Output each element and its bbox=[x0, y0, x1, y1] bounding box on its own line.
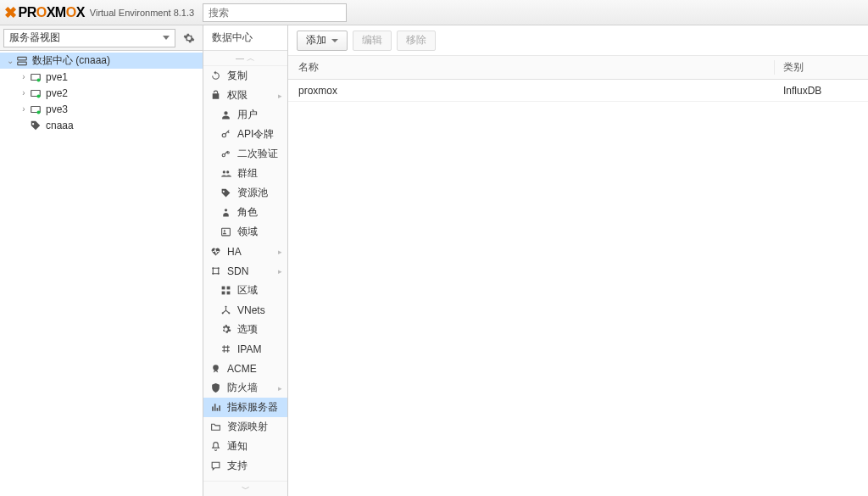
nav-item-label: IPAM bbox=[237, 343, 261, 355]
nav-item-label: 指标服务器 bbox=[227, 400, 278, 415]
bell-icon bbox=[209, 441, 222, 452]
nav-item-notify[interactable]: 通知 bbox=[203, 437, 287, 456]
svg-point-8 bbox=[222, 133, 225, 137]
svg-rect-0 bbox=[18, 57, 27, 60]
nav-item-realms[interactable]: 领域 bbox=[203, 222, 287, 242]
chevron-right-icon: ▸ bbox=[278, 248, 282, 256]
svg-rect-22 bbox=[221, 292, 225, 295]
logo-text: PROXMOX bbox=[19, 5, 85, 20]
svg-point-10 bbox=[227, 152, 229, 153]
shield-icon bbox=[209, 382, 222, 393]
group-icon bbox=[219, 168, 232, 179]
cert-icon bbox=[209, 363, 222, 374]
th-icon bbox=[219, 285, 232, 296]
nav-item-pools[interactable]: 资源池 bbox=[203, 183, 287, 203]
nav-item-ha[interactable]: HA▸ bbox=[203, 242, 287, 261]
nav-item-twofactor[interactable]: 二次验证 bbox=[203, 144, 287, 164]
nav-item-resmapping[interactable]: 资源映射 bbox=[203, 417, 287, 437]
nav-item-vnets[interactable]: VNets bbox=[203, 300, 287, 320]
view-settings-button[interactable] bbox=[179, 29, 199, 47]
network-icon bbox=[219, 304, 232, 315]
nav-item-label: ACME bbox=[227, 363, 257, 375]
content-toolbar: 添加 编辑 移除 bbox=[288, 25, 868, 56]
nav-item-label: 群组 bbox=[237, 166, 258, 181]
nav-item-sdn[interactable]: SDN▸ bbox=[203, 261, 287, 281]
nav-item-users[interactable]: 用户 bbox=[203, 105, 287, 125]
address-icon bbox=[219, 226, 232, 237]
edit-button-label: 编辑 bbox=[362, 33, 382, 47]
nav-item-label: 通知 bbox=[227, 439, 248, 454]
heartbeat-icon bbox=[209, 246, 222, 257]
folder-icon bbox=[209, 421, 222, 432]
nav-item-label: HA bbox=[227, 246, 242, 258]
ipam-icon bbox=[219, 343, 232, 354]
nav-item-label: 支持 bbox=[227, 459, 248, 473]
nav-item-groups[interactable]: 群组 bbox=[203, 164, 287, 183]
sdn-icon bbox=[209, 265, 222, 276]
nav-item-label: 区域 bbox=[237, 283, 258, 298]
chevron-right-icon: ▸ bbox=[278, 267, 282, 276]
nav-item-label: API令牌 bbox=[237, 127, 274, 142]
tree-datacenter[interactable]: ⌄ 数据中心 (cnaaa) bbox=[0, 53, 203, 69]
gear-icon bbox=[183, 32, 195, 44]
nav-item-label: 复制 bbox=[227, 69, 248, 83]
nav-item-apitokens[interactable]: API令牌 bbox=[203, 125, 287, 144]
nav-item-firewall[interactable]: 防火墙▸ bbox=[203, 378, 287, 398]
search-input[interactable] bbox=[203, 3, 347, 22]
svg-rect-20 bbox=[221, 287, 225, 290]
tags-icon bbox=[29, 120, 42, 131]
unlock-icon bbox=[209, 90, 222, 101]
remove-button-label: 移除 bbox=[406, 33, 426, 47]
nav-item-label: 资源池 bbox=[237, 186, 268, 200]
remove-button[interactable]: 移除 bbox=[397, 31, 436, 51]
nav-collapse-up-button[interactable]: — ︿ bbox=[203, 51, 287, 66]
chevron-down-icon bbox=[163, 36, 170, 40]
tree-node-pve3[interactable]: › pve3 bbox=[0, 101, 203, 117]
view-selector-combo[interactable]: 服务器视图 bbox=[3, 29, 175, 47]
nav-item-ipam[interactable]: IPAM bbox=[203, 339, 287, 359]
svg-point-24 bbox=[225, 306, 226, 308]
svg-point-5 bbox=[36, 94, 40, 98]
tree-label: pve1 bbox=[46, 71, 68, 83]
product-subtitle: Virtual Environment 8.1.3 bbox=[90, 8, 194, 18]
nav-item-metrics[interactable]: 指标服务器 bbox=[203, 398, 287, 417]
nav-item-label: 二次验证 bbox=[237, 147, 278, 161]
tree-toggle-icon[interactable]: › bbox=[19, 104, 29, 114]
add-button[interactable]: 添加 bbox=[297, 31, 348, 51]
tree-node-pve2[interactable]: › pve2 bbox=[0, 85, 203, 101]
tree-label: pve3 bbox=[46, 103, 68, 115]
tree-toggle-icon[interactable]: ⌄ bbox=[5, 56, 15, 65]
svg-point-12 bbox=[226, 170, 229, 173]
svg-point-3 bbox=[36, 78, 40, 81]
edit-button[interactable]: 编辑 bbox=[353, 31, 392, 51]
nav-item-acme[interactable]: ACME bbox=[203, 359, 287, 378]
content-panel: 添加 编辑 移除 名称 类别 proxmoxInfluxDB bbox=[288, 25, 868, 496]
tree-toggle-icon[interactable]: › bbox=[19, 72, 29, 81]
grid-body: proxmoxInfluxDB bbox=[288, 80, 868, 102]
nav-item-replication[interactable]: 复制 bbox=[203, 66, 287, 86]
nav-item-roles[interactable]: 角色 bbox=[203, 203, 287, 222]
table-row[interactable]: proxmoxInfluxDB bbox=[288, 80, 868, 102]
nav-item-permissions[interactable]: 权限▸ bbox=[203, 86, 287, 105]
nav-item-label: 资源映射 bbox=[227, 420, 268, 434]
logo: ✖ PROXMOX bbox=[4, 3, 85, 22]
view-selector-bar: 服务器视图 bbox=[0, 25, 203, 51]
nav-expand-down-button[interactable]: ﹀ bbox=[203, 481, 287, 496]
grid-header-name[interactable]: 名称 bbox=[288, 60, 775, 75]
resource-tree-panel: 服务器视图 ⌄ 数据中心 (cnaaa) › pve1 › pve2 bbox=[0, 25, 203, 496]
nav-item-zones[interactable]: 区域 bbox=[203, 281, 287, 300]
nav-item-label: 用户 bbox=[237, 108, 258, 122]
tree-toggle-icon[interactable]: › bbox=[19, 88, 29, 98]
nav-item-options_sdn[interactable]: 选项 bbox=[203, 320, 287, 339]
resource-tree: ⌄ 数据中心 (cnaaa) › pve1 › pve2 › pve3 bbox=[0, 51, 203, 496]
tree-pool[interactable]: cnaaa bbox=[0, 117, 203, 133]
chevron-down-icon bbox=[331, 39, 338, 42]
nav-item-support[interactable]: 支持 bbox=[203, 456, 287, 476]
svg-rect-21 bbox=[226, 287, 230, 290]
refresh-icon bbox=[209, 70, 222, 81]
cell-type: InfluxDB bbox=[775, 85, 868, 97]
grid-header-type[interactable]: 类别 bbox=[775, 60, 868, 75]
key-icon bbox=[219, 129, 232, 140]
tree-node-pve1[interactable]: › pve1 bbox=[0, 69, 203, 85]
svg-point-7 bbox=[36, 110, 40, 114]
